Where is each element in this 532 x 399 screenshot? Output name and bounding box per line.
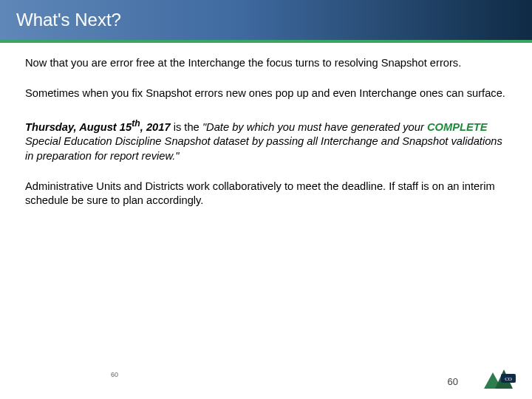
paragraph-2: Sometimes when you fix Snapshot errors n…: [25, 86, 507, 100]
quote-complete: COMPLETE: [427, 121, 488, 133]
paragraph-3: Thursday, August 15th, 2017 is the "Date…: [25, 117, 507, 163]
slide-body: Now that you are error free at the Inter…: [0, 43, 532, 208]
paragraph-1: Now that you are error free at the Inter…: [25, 56, 507, 70]
slide-title: What's Next?: [16, 10, 121, 30]
colorado-logo-icon: CO: [476, 365, 519, 395]
page-number: 60: [448, 376, 458, 387]
date-lead2: , 2017: [140, 121, 171, 133]
title-bar: What's Next?: [0, 0, 532, 40]
svg-text:CO: CO: [505, 376, 512, 382]
quote-part2: Special Education Discipline Snapshot da…: [25, 135, 502, 161]
small-page-number: 60: [111, 371, 118, 378]
date-sup: th: [132, 118, 140, 129]
date-lead: Thursday, August 15: [25, 121, 132, 133]
quote-part1: "Date by which you must have generated y…: [202, 121, 427, 133]
paragraph-4: Administrative Units and Districts work …: [25, 180, 507, 208]
date-mid: is the: [171, 121, 202, 133]
